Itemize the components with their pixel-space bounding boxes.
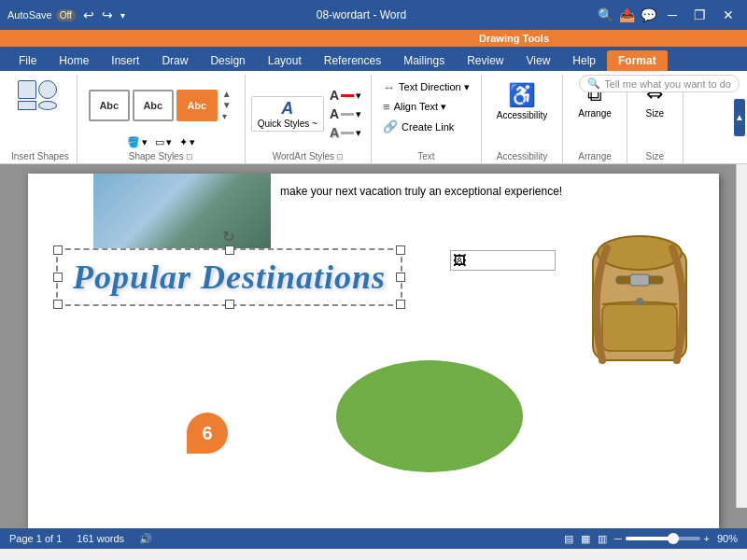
tab-view[interactable]: View [515,50,562,71]
zoom-control[interactable]: ─ + [614,533,710,544]
shape-outline-btn[interactable]: ▭▾ [152,135,175,149]
handle-bm[interactable] [225,300,234,309]
tab-mailings[interactable]: Mailings [392,50,456,71]
ribbon-tabs: File Home Insert Draw Design Layout Refe… [0,47,747,71]
align-text-btn[interactable]: ≡ Align Text ▾ [379,98,473,116]
tab-draw[interactable]: Draw [150,50,199,71]
close-button[interactable]: ✕ [717,6,740,24]
layout-options-icon[interactable]: 🖼 [450,250,556,271]
arrange-group-label: Arrange [578,149,612,161]
title-bar-left: AutoSave Off ↩ ↪ ▾ [7,7,125,22]
drawing-tools-label: Drawing Tools [468,33,560,44]
shape-fill-btn[interactable]: 🪣▾ [124,135,150,149]
handle-tm[interactable] [225,245,234,255]
rotate-handle[interactable]: ↻ [222,228,234,245]
text-effects-btn[interactable]: A ▾ [326,124,365,141]
shapes-button[interactable] [14,78,66,112]
ribbon: 🔍 Tell me what you want to do Insert Sha… [0,71,747,164]
text-direction-btn[interactable]: ↔ Text Direction ▾ [379,78,473,96]
shape-style-2[interactable]: Abc [133,90,174,121]
backpack-image [579,220,700,370]
word-count: 161 words [77,533,124,544]
accessibility-group: ♿ Accessibility Accessibility [482,75,563,163]
svg-rect-5 [630,274,649,286]
accessibility-group-label: Accessibility [497,149,547,161]
vertical-scrollbar[interactable] [736,164,747,508]
zoom-bar[interactable] [626,537,700,540]
handle-ml[interactable] [53,273,63,282]
shape-effects-btn[interactable]: ✦▾ [176,135,198,149]
document-area: make your next vacation truly an excepti… [0,164,747,528]
search-icon: 🔍 [587,77,600,90]
tell-me-bar[interactable]: 🔍 Tell me what you want to do [579,75,740,92]
redo-icon[interactable]: ↪ [102,7,113,22]
create-link-btn[interactable]: 🔗 Create Link [379,118,473,135]
autosave-control[interactable]: AutoSave Off [7,9,76,21]
window-controls: 🔍 📤 💬 ─ ❐ ✕ [598,6,740,24]
view-web-icon[interactable]: ▦ [581,533,590,545]
proofing-icon[interactable]: 🔊 [139,533,152,545]
undo-icon[interactable]: ↩ [83,7,94,22]
restore-button[interactable]: ❐ [688,6,712,24]
style-scroll[interactable]: ▲ ▼ ▾ [220,87,233,123]
tab-insert[interactable]: Insert [100,50,150,71]
ribbon-collapse[interactable]: ▲ [734,99,745,136]
accessibility-btn[interactable]: ♿ Accessibility [489,78,555,124]
view-normal-icon[interactable]: ▤ [564,533,573,545]
zoom-percent: 90% [717,533,738,544]
autosave-label: AutoSave [7,9,52,21]
title-bar: AutoSave Off ↩ ↪ ▾ 08-wordart - Word 🔍 📤… [0,0,747,30]
tab-references[interactable]: References [313,50,392,71]
text-group-items: ↔ Text Direction ▾ ≡ Align Text ▾ 🔗 Crea… [379,78,473,149]
quick-styles-btn[interactable]: A Quick Styles ~ [251,96,324,132]
tab-review[interactable]: Review [456,50,514,71]
green-oval-shape[interactable] [336,360,523,472]
minimize-button[interactable]: ─ [662,6,683,24]
handle-bl[interactable] [53,300,63,309]
status-left: Page 1 of 1 161 words 🔊 [9,533,152,545]
document-title: 08-wordart - Word [125,8,598,21]
insert-shapes-group: Insert Shapes [4,75,78,163]
shape-styles-label: Shape Styles ⊡ [129,149,193,161]
tab-help[interactable]: Help [561,50,607,71]
comments-icon[interactable]: 💬 [641,7,656,22]
share-icon[interactable]: 📤 [619,7,635,22]
wordart-selection-box[interactable]: ↻ Popular Destinations [56,248,402,306]
size-label: Size [646,108,664,119]
autosave-toggle[interactable]: Off [56,9,76,21]
view-read-icon[interactable]: ▥ [598,533,607,545]
handle-mr[interactable] [396,273,405,282]
svg-point-3 [636,298,643,305]
search-icon[interactable]: 🔍 [598,7,613,22]
status-right: ▤ ▦ ▥ ─ + 90% [564,533,738,545]
tab-format[interactable]: Format [607,50,668,71]
align-text-icon: ≡ [383,100,390,114]
shape-style-1[interactable]: Abc [89,90,130,121]
zoom-plus-btn[interactable]: + [704,533,710,544]
wordart-text[interactable]: Popular Destinations [73,258,386,297]
wordart-styles-label: WordArt Styles ⊡ [273,149,345,161]
vacation-image [93,174,271,248]
shape-styles-expand[interactable]: ⊡ [186,152,193,161]
arrange-label: Arrange [578,108,612,119]
zoom-minus-btn[interactable]: ─ [614,533,622,544]
handle-br[interactable] [396,300,405,309]
tab-home[interactable]: Home [48,50,100,71]
accessibility-label: Accessibility [497,110,547,120]
step-badge: 6 [187,413,228,454]
handle-tr[interactable] [396,245,405,255]
text-outline-btn[interactable]: A ▾ [326,105,365,122]
text-fill-btn[interactable]: A ▾ [326,87,365,104]
text-direction-icon: ↔ [383,80,395,94]
shape-style-3[interactable]: Abc [176,90,218,121]
svg-rect-2 [602,304,677,351]
wordart-container[interactable]: ↻ Popular Destinations [56,248,402,306]
tab-file[interactable]: File [7,50,48,71]
accessibility-icon: ♿ [508,82,536,108]
tab-design[interactable]: Design [199,50,256,71]
shape-styles-group: Abc Abc Abc ▲ ▼ ▾ 🪣▾ ▭▾ [78,75,246,163]
handle-tl[interactable] [53,245,63,255]
status-bar: Page 1 of 1 161 words 🔊 ▤ ▦ ▥ ─ + 90% [0,528,747,549]
tab-layout[interactable]: Layout [257,50,313,71]
wordart-styles-expand[interactable]: ⊡ [336,152,344,161]
